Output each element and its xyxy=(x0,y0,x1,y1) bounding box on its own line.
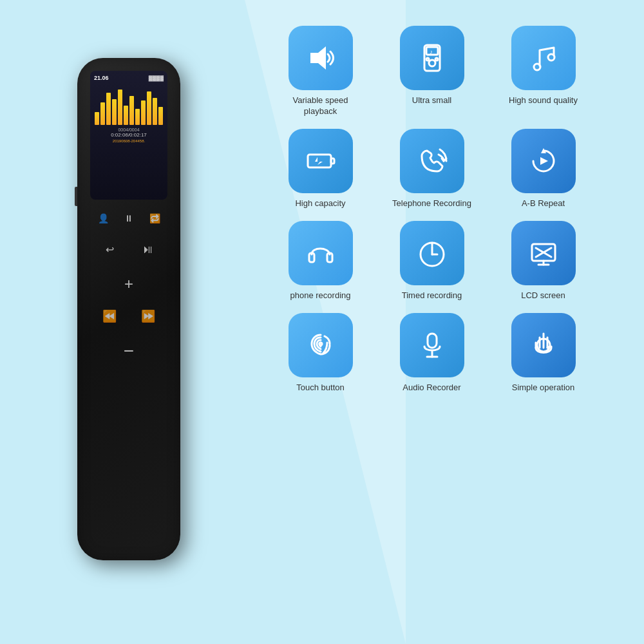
feature-icon-box-high-capacity xyxy=(289,129,353,193)
pause-button[interactable]: ⏸ xyxy=(120,209,138,227)
eq-bar-1 xyxy=(95,112,99,125)
svg-text:♪: ♪ xyxy=(430,48,433,55)
ctrl-row-2: ↩ ⏯ xyxy=(90,238,167,261)
eq-bar-3 xyxy=(106,93,111,125)
device: 21.06 ▓▓▓▓ 0004/0004 xyxy=(77,58,180,560)
feature-icon-box-ab-repeat xyxy=(511,129,576,193)
device-screen: 21.06 ▓▓▓▓ 0004/0004 xyxy=(90,71,167,200)
finger-touch-icon xyxy=(527,328,560,362)
feature-audio-recorder: Audio Recorder xyxy=(382,313,482,393)
feature-label-ultra-small: Ultra small xyxy=(412,95,451,106)
battery-icon xyxy=(304,144,337,178)
feature-icon-box-timed-recording xyxy=(400,221,464,285)
ctrl-row-minus: − xyxy=(90,338,167,364)
headphones-icon xyxy=(304,236,337,270)
screen-icon xyxy=(527,236,560,270)
eq-bar-2 xyxy=(100,102,105,125)
feature-high-sound: High sound quality xyxy=(493,26,593,117)
device-container: 21.06 ▓▓▓▓ 0004/0004 xyxy=(26,19,232,625)
svg-rect-26 xyxy=(428,334,437,348)
eq-bar-7 xyxy=(129,96,134,125)
feature-touch-button: Touch button xyxy=(270,313,370,393)
feature-icon-box-phone-recording xyxy=(289,221,353,285)
features-row-1: Variable speedplayback ♪ Ultra xyxy=(270,26,631,117)
feature-label-variable-speed: Variable speedplayback xyxy=(293,95,348,117)
feature-phone-recording: phone recording xyxy=(270,221,370,301)
feature-icon-box-high-sound xyxy=(511,26,576,90)
feature-label-phone-recording: phone recording xyxy=(290,290,351,301)
repeat-button[interactable]: 🔁 xyxy=(146,209,164,227)
user-button[interactable]: 👤 xyxy=(94,209,112,227)
svg-point-4 xyxy=(429,60,435,66)
svg-marker-11 xyxy=(315,157,323,165)
music-note-icon xyxy=(527,41,560,75)
volume-down-button[interactable]: − xyxy=(116,338,142,364)
features-row-4: Touch button Audio Recorder xyxy=(270,313,631,393)
eq-bar-5 xyxy=(118,90,122,125)
feature-icon-box-touch-button xyxy=(289,313,353,377)
side-button[interactable] xyxy=(75,187,77,206)
back-button[interactable]: ↩ xyxy=(98,238,121,261)
eq-bar-6 xyxy=(124,106,128,125)
feature-variable-speed: Variable speedplayback xyxy=(270,26,370,117)
repeat-icon xyxy=(527,144,560,178)
feature-icon-box-ultra-small: ♪ xyxy=(400,26,464,90)
feature-label-timed-recording: Timed recording xyxy=(402,290,462,301)
feature-label-high-capacity: High capacity xyxy=(295,198,345,209)
ctrl-row-3: ⏪ ⏩ xyxy=(90,305,167,328)
music-player-icon: ♪ xyxy=(415,41,449,75)
svg-rect-10 xyxy=(331,158,334,164)
volume-up-button[interactable]: + xyxy=(116,271,142,297)
eq-bar-10 xyxy=(147,91,151,125)
fast-forward-button[interactable]: ⏩ xyxy=(137,305,160,328)
screen-time: 21.06 xyxy=(94,75,109,81)
equalizer xyxy=(94,86,164,125)
device-controls: 👤 ⏸ 🔁 ↩ ⏯ + ⏪ ⏩ − xyxy=(90,209,167,364)
feature-label-simple-operation: Simple operation xyxy=(512,383,575,393)
fingerprint-icon xyxy=(304,328,337,362)
svg-point-7 xyxy=(534,64,540,70)
rewind-button[interactable]: ⏪ xyxy=(98,305,121,328)
eq-bar-11 xyxy=(153,98,157,125)
screen-battery: ▓▓▓▓ xyxy=(149,75,164,81)
feature-icon-box-lcd-screen xyxy=(511,221,576,285)
svg-marker-13 xyxy=(540,157,548,165)
eq-bar-8 xyxy=(135,109,140,125)
feature-simple-operation: Simple operation xyxy=(493,313,593,393)
screen-time-display: 0:02:06/0:02:17 xyxy=(94,132,164,138)
feature-label-audio-recorder: Audio Recorder xyxy=(402,383,460,393)
feature-label-touch-button: Touch button xyxy=(296,383,344,393)
feature-icon-box-simple-operation xyxy=(511,313,576,377)
screen-track: 0004/0004 xyxy=(94,128,164,132)
phone-icon xyxy=(415,144,449,178)
ctrl-row-plus: + xyxy=(90,271,167,297)
microphone-icon xyxy=(415,328,449,362)
features-grid: Variable speedplayback ♪ Ultra xyxy=(270,26,631,404)
eq-bar-12 xyxy=(158,107,163,125)
screen-filename: 20190608-204458. xyxy=(94,139,164,143)
feature-icon-box-telephone-recording xyxy=(400,129,464,193)
feature-label-ab-repeat: A-B Repeat xyxy=(522,198,565,209)
eq-bar-9 xyxy=(141,100,146,125)
feature-telephone-recording: Telephone Recording xyxy=(382,129,482,209)
feature-label-telephone-recording: Telephone Recording xyxy=(392,198,471,209)
svg-marker-0 xyxy=(310,46,326,70)
speaker-icon xyxy=(304,41,337,75)
feature-high-capacity: High capacity xyxy=(270,129,370,209)
feature-timed-recording: Timed recording xyxy=(382,221,482,301)
play-pause-button[interactable]: ⏯ xyxy=(137,238,160,261)
svg-point-6 xyxy=(435,58,438,61)
features-row-3: phone recording Timed recording xyxy=(270,221,631,301)
svg-point-25 xyxy=(319,343,322,345)
svg-point-5 xyxy=(426,58,429,61)
feature-ab-repeat: A-B Repeat xyxy=(493,129,593,209)
feature-label-high-sound: High sound quality xyxy=(509,95,578,106)
svg-point-8 xyxy=(548,54,554,61)
ctrl-row-1: 👤 ⏸ 🔁 xyxy=(90,209,167,227)
clock-icon xyxy=(415,236,449,270)
feature-icon-box-variable-speed xyxy=(289,26,353,90)
feature-label-lcd-screen: LCD screen xyxy=(521,290,565,301)
feature-icon-box-audio-recorder xyxy=(400,313,464,377)
eq-bar-4 xyxy=(112,99,117,125)
svg-rect-9 xyxy=(308,155,331,167)
